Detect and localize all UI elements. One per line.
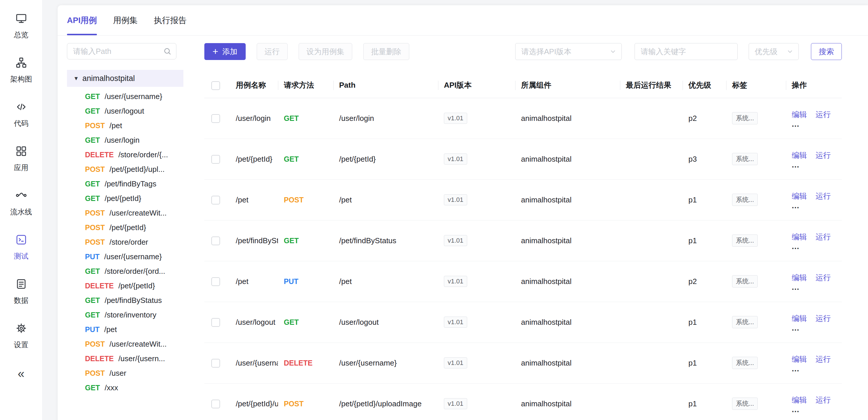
system-tag: 系统... (732, 112, 758, 124)
tree-item[interactable]: GET /user/login (67, 133, 183, 147)
sidebar-item-overview[interactable]: 总览 (14, 12, 29, 40)
row-checkbox[interactable] (211, 155, 220, 164)
tree-item[interactable]: DELETE /user/{usern... (67, 351, 183, 366)
search-button[interactable]: 搜索 (811, 43, 842, 60)
tree-item[interactable]: GET /user/{username} (67, 89, 183, 104)
edit-link[interactable]: 编辑 (792, 233, 807, 241)
tree-item[interactable]: GET /pet/findByTags (67, 177, 183, 191)
sidebar-item-data[interactable]: 数据 (14, 278, 29, 305)
row-checkbox[interactable] (211, 237, 220, 245)
row-checkbox[interactable] (211, 318, 220, 327)
tab-case-collections[interactable]: 用例集 (113, 5, 138, 35)
case-name-cell: /pet/{petId}/u... (230, 383, 278, 420)
more-actions-icon[interactable]: ... (792, 243, 839, 250)
more-actions-icon[interactable]: ... (792, 406, 839, 413)
edit-link[interactable]: 编辑 (792, 151, 807, 160)
api-path-label: /pet/{petId}/upl... (110, 165, 164, 174)
api-path-label: /user/createWit... (110, 340, 167, 349)
http-method-label: GET (85, 267, 100, 275)
path-search (67, 43, 176, 59)
sidebar-item-code[interactable]: 代码 (14, 101, 29, 128)
api-version-select[interactable]: 请选择API版本 (515, 43, 622, 60)
path-cell: /pet (333, 179, 438, 220)
row-checkbox[interactable] (211, 359, 220, 367)
sidebar-item-architecture[interactable]: 架构图 (10, 57, 32, 84)
priority-cell: p2 (683, 261, 726, 302)
sidebar-item-pipeline[interactable]: 流水线 (10, 189, 32, 217)
row-checkbox[interactable] (211, 400, 220, 408)
tree-item[interactable]: POST /user/createWit... (67, 337, 183, 351)
run-link[interactable]: 运行 (816, 395, 831, 404)
run-link[interactable]: 运行 (816, 110, 831, 119)
api-version-tag: v1.01 (444, 398, 467, 409)
more-actions-icon[interactable]: ... (792, 203, 839, 209)
tree-root-node[interactable]: ▾ animalhostpital (67, 70, 183, 87)
api-path-label: /user/login (104, 136, 140, 145)
tree-item[interactable]: GET /user/logout (67, 104, 183, 118)
tree-item[interactable]: POST /store/order (67, 235, 183, 249)
search-icon[interactable] (163, 47, 172, 56)
tree-item[interactable]: POST /pet/{petId}/upl... (67, 162, 183, 177)
add-button[interactable]: + 添加 (204, 43, 246, 60)
edit-link[interactable]: 编辑 (792, 273, 807, 282)
sidebar-items: 总览 架构图 代码 应用 流水线 测试 (10, 12, 32, 350)
edit-link[interactable]: 编辑 (792, 192, 807, 200)
edit-link[interactable]: 编辑 (792, 355, 807, 363)
tree-item[interactable]: GET /xxx (67, 380, 183, 395)
table-row: /user/logout GET /user/logout v1.01 anim… (204, 302, 842, 342)
more-actions-icon[interactable]: ... (792, 284, 839, 290)
priority-select[interactable]: 优先级 (749, 43, 799, 60)
tree-item[interactable]: PUT /pet (67, 322, 183, 337)
run-link[interactable]: 运行 (816, 355, 831, 363)
tab-execution-reports[interactable]: 执行报告 (154, 5, 187, 35)
select-all-checkbox[interactable] (211, 81, 220, 90)
run-link[interactable]: 运行 (816, 273, 831, 282)
more-actions-icon[interactable]: ... (792, 121, 839, 127)
tree-item[interactable]: GET /store/order/{ord... (67, 264, 183, 278)
api-version-tag: v1.01 (444, 317, 467, 328)
tree-item[interactable]: DELETE /pet/{petId} (67, 278, 183, 293)
component-cell: animalhostpital (515, 98, 620, 139)
priority-cell: p1 (683, 179, 726, 220)
tree-item[interactable]: POST /user (67, 366, 183, 380)
collapse-sidebar-icon[interactable]: « (18, 367, 25, 380)
tree-item[interactable]: POST /pet (67, 118, 183, 133)
tree-item[interactable]: GET /pet/{petId} (67, 191, 183, 206)
code-icon (15, 101, 27, 115)
edit-link[interactable]: 编辑 (792, 314, 807, 323)
batch-delete-button[interactable]: 批量删除 (363, 43, 409, 60)
tree-item[interactable]: POST /user/createWit... (67, 206, 183, 220)
table-row: /user/{userna... DELETE /user/{username}… (204, 342, 842, 383)
edit-link[interactable]: 编辑 (792, 395, 807, 404)
run-link[interactable]: 运行 (816, 151, 831, 160)
more-actions-icon[interactable]: ... (792, 365, 839, 372)
http-method-label: GET (85, 107, 100, 115)
tree-item[interactable]: PUT /user/{username} (67, 249, 183, 264)
tree-item[interactable]: POST /pet/{petId} (67, 220, 183, 235)
sidebar-item-test[interactable]: 测试 (14, 234, 29, 261)
tree-item[interactable]: DELETE /store/order/{... (67, 147, 183, 162)
run-button[interactable]: 运行 (257, 43, 287, 60)
more-actions-icon[interactable]: ... (792, 162, 839, 168)
api-version-tag: v1.01 (444, 235, 467, 246)
api-path-label: /pet (104, 325, 117, 334)
row-checkbox[interactable] (211, 114, 220, 123)
more-actions-icon[interactable]: ... (792, 325, 839, 331)
tab-api-cases[interactable]: API用例 (67, 5, 97, 35)
col-actions: 操作 (786, 73, 842, 98)
run-link[interactable]: 运行 (816, 233, 831, 241)
set-collection-button[interactable]: 设为用例集 (299, 43, 352, 60)
tree-item[interactable]: GET /pet/findByStatus (67, 293, 183, 307)
keyword-input[interactable] (634, 43, 738, 60)
case-name-cell: /pet/{petId} (230, 139, 278, 179)
path-search-input[interactable] (67, 43, 176, 59)
sidebar-item-apps[interactable]: 应用 (14, 145, 29, 173)
row-checkbox[interactable] (211, 277, 220, 286)
row-checkbox[interactable] (211, 196, 220, 205)
tree-item[interactable]: GET /store/inventory (67, 307, 183, 322)
run-link[interactable]: 运行 (816, 314, 831, 323)
edit-link[interactable]: 编辑 (792, 110, 807, 119)
api-path-label: /pet/{petId} (110, 223, 146, 232)
run-link[interactable]: 运行 (816, 192, 831, 200)
sidebar-item-settings[interactable]: 设置 (14, 322, 29, 350)
